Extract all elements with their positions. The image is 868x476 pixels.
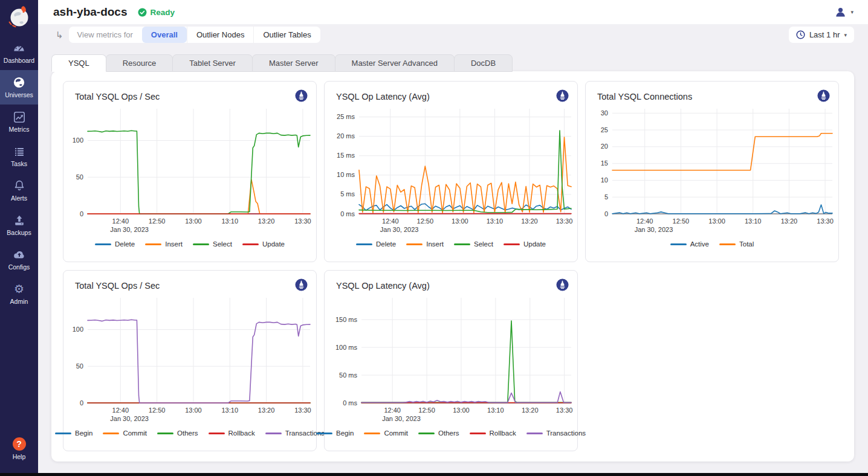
chart-plot[interactable]: 12:40Jan 30, 202312:5013:0013:1013:2013:… — [325, 104, 578, 239]
legend-item-commit[interactable]: Commit — [103, 429, 147, 437]
legend-item-transactions[interactable]: Transactions — [526, 429, 586, 437]
legend-item-rollback[interactable]: Rollback — [470, 429, 516, 437]
chevron-down-icon: ▾ — [850, 9, 853, 15]
gear-icon: ⚙ — [14, 283, 24, 295]
svg-text:13:10: 13:10 — [487, 407, 504, 414]
svg-text:0: 0 — [80, 210, 83, 217]
svg-text:15 ms: 15 ms — [337, 152, 355, 159]
scope-tab-overall[interactable]: Overall — [142, 27, 187, 43]
legend-item-commit[interactable]: Commit — [364, 429, 408, 437]
chart-plot[interactable]: 12:40Jan 30, 202312:5013:0013:1013:2013:… — [63, 293, 317, 428]
svg-text:13:20: 13:20 — [522, 407, 539, 414]
legend-label: Active — [690, 240, 709, 248]
svg-text:30: 30 — [601, 109, 608, 117]
chart-header: Total YSQL Connections — [586, 82, 838, 104]
prometheus-icon[interactable] — [295, 89, 308, 105]
prometheus-icon[interactable] — [295, 278, 308, 294]
sidebar-item-metrics[interactable]: Metrics — [0, 105, 38, 139]
legend-item-select[interactable]: Select — [193, 240, 232, 248]
sidebar-item-alerts[interactable]: Alerts — [0, 173, 38, 208]
legend-item-begin[interactable]: Begin — [316, 429, 354, 437]
scope-tab-outlier-nodes[interactable]: Outlier Nodes — [187, 27, 253, 43]
yugabyte-logo-icon — [5, 3, 33, 31]
legend-item-others[interactable]: Others — [418, 429, 459, 437]
legend-item-rollback[interactable]: Rollback — [209, 429, 255, 437]
svg-text:50: 50 — [76, 173, 83, 181]
chart-title: Total YSQL Ops / Sec — [75, 92, 160, 101]
svg-text:25 ms: 25 ms — [337, 113, 355, 120]
prometheus-icon[interactable] — [817, 89, 830, 105]
sidebar-nav: DashboardUniversesMetricsTasksAlertsBack… — [0, 36, 38, 311]
legend-item-insert[interactable]: Insert — [145, 240, 183, 248]
svg-text:50 ms: 50 ms — [339, 371, 357, 379]
time-range-label: Last 1 hr — [809, 30, 840, 39]
bell-icon — [13, 180, 25, 192]
chart-plot[interactable]: 12:40Jan 30, 202312:5013:0013:1013:2013:… — [63, 104, 317, 239]
legend-item-update[interactable]: Update — [242, 240, 285, 248]
sidebar-item-universes[interactable]: Universes — [0, 70, 38, 105]
legend-item-total[interactable]: Total — [719, 240, 754, 248]
svg-text:12:40: 12:40 — [384, 407, 401, 414]
svg-text:Jan 30, 2023: Jan 30, 2023 — [110, 415, 149, 422]
universe-title: ash-yba-docs — [53, 5, 127, 19]
sidebar-item-dashboard[interactable]: Dashboard — [0, 36, 38, 70]
chart-panel-1: YSQL Op Latency (Avg)12:40Jan 30, 202312… — [324, 81, 578, 262]
chart-legend: ActiveTotal — [586, 240, 838, 248]
legend-swatch — [504, 243, 520, 245]
tab-ysql[interactable]: YSQL — [51, 54, 106, 72]
prometheus-icon[interactable] — [556, 278, 569, 294]
chart-title: Total YSQL Connections — [597, 92, 692, 101]
svg-text:12:50: 12:50 — [673, 217, 690, 225]
legend-item-select[interactable]: Select — [454, 240, 493, 248]
prometheus-icon[interactable] — [556, 89, 569, 105]
status-badge: Ready — [138, 8, 175, 17]
sidebar-item-configs[interactable]: Configs — [0, 242, 38, 277]
scope-tab-outlier-tables[interactable]: Outlier Tables — [253, 27, 320, 43]
legend-item-begin[interactable]: Begin — [55, 429, 92, 437]
sidebar-item-backups[interactable]: Backups — [0, 208, 38, 242]
chart-title: YSQL Op Latency (Avg) — [336, 281, 430, 291]
legend-item-others[interactable]: Others — [157, 429, 198, 437]
legend-label: Commit — [123, 429, 147, 437]
legend-label: Transactions — [546, 429, 586, 437]
legend-item-insert[interactable]: Insert — [406, 240, 444, 248]
legend-item-update[interactable]: Update — [504, 240, 546, 248]
tab-docdb[interactable]: DocDB — [454, 54, 513, 72]
chart-panel-2: Total YSQL Connections12:40Jan 30, 20231… — [585, 81, 839, 262]
sidebar-item-tasks[interactable]: Tasks — [0, 139, 38, 173]
tab-master-server-advanced[interactable]: Master Server Advanced — [335, 54, 455, 72]
time-range-selector[interactable]: Last 1 hr ▾ — [789, 27, 854, 43]
legend-swatch — [470, 433, 486, 434]
sidebar-item-admin[interactable]: ⚙Admin — [0, 277, 38, 311]
svg-text:13:20: 13:20 — [258, 217, 275, 225]
svg-text:13:30: 13:30 — [294, 407, 311, 414]
legend-label: Begin — [75, 429, 92, 437]
svg-text:20: 20 — [601, 143, 608, 150]
svg-text:13:30: 13:30 — [556, 407, 573, 414]
legend-swatch — [670, 243, 687, 245]
svg-text:25: 25 — [601, 126, 608, 133]
chart-panel-0: Total YSQL Ops / Sec12:40Jan 30, 202312:… — [63, 81, 317, 262]
app-logo[interactable] — [0, 0, 38, 33]
user-menu[interactable]: ▾ — [835, 7, 853, 18]
sidebar-item-help[interactable]: ? Help — [0, 431, 38, 466]
sidebar-item-label: Dashboard — [4, 57, 34, 64]
svg-text:100: 100 — [73, 137, 83, 144]
legend-swatch — [454, 243, 470, 245]
metrics-toolbar: ↳ View metrics for OverallOutlier NodesO… — [51, 27, 854, 43]
legend-item-active[interactable]: Active — [670, 240, 709, 248]
tab-master-server[interactable]: Master Server — [252, 54, 335, 72]
legend-swatch — [526, 433, 543, 434]
chart-legend: DeleteInsertSelectUpdate — [325, 240, 577, 248]
chart-header: Total YSQL Ops / Sec — [63, 271, 316, 293]
tab-resource[interactable]: Resource — [106, 54, 173, 72]
chart-legend: BeginCommitOthersRollbackTransactions — [63, 429, 316, 437]
tab-tablet-server[interactable]: Tablet Server — [172, 54, 253, 72]
legend-item-delete[interactable]: Delete — [356, 240, 396, 248]
legend-swatch — [103, 433, 119, 434]
chart-plot[interactable]: 12:40Jan 30, 202312:5013:0013:1013:2013:… — [586, 104, 840, 239]
chart-plot[interactable]: 12:40Jan 30, 202312:5013:0013:1013:2013:… — [325, 293, 578, 428]
legend-item-delete[interactable]: Delete — [95, 240, 135, 248]
chart-icon — [13, 111, 25, 123]
legend-label: Others — [438, 429, 459, 437]
